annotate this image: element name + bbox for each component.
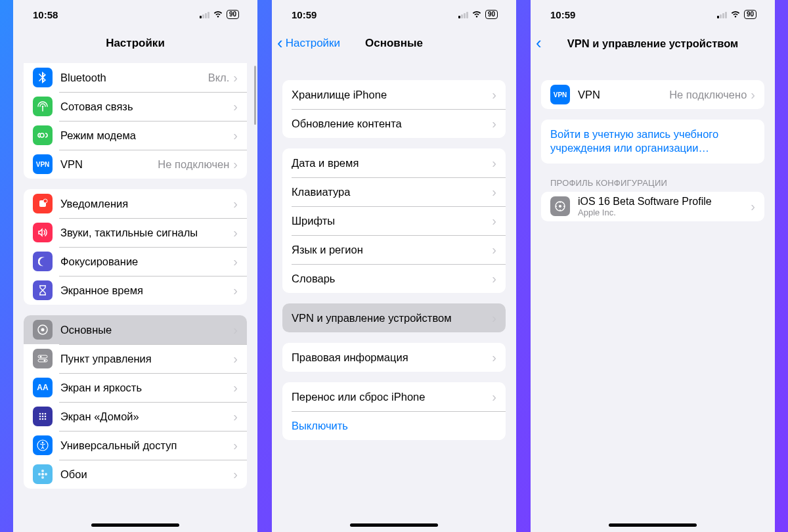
chevron-right-icon: › bbox=[492, 116, 496, 131]
row-label: Экран и яркость bbox=[60, 382, 233, 394]
row-bluetooth[interactable]: Bluetooth Вкл. › bbox=[24, 63, 247, 92]
general-list[interactable]: Хранилище iPhone › Обновление контента ›… bbox=[272, 58, 516, 532]
battery-icon: 90 bbox=[227, 10, 239, 19]
vpn-mgmt-list[interactable]: VPN VPN Не подключено › Войти в учетную … bbox=[531, 58, 775, 532]
wifi-icon bbox=[730, 11, 741, 18]
row-transfer-reset[interactable]: Перенос или сброс iPhone › bbox=[282, 382, 506, 411]
row-label: Правовая информация bbox=[292, 351, 492, 364]
row-date-time[interactable]: Дата и время › bbox=[282, 148, 506, 177]
signal-icon bbox=[717, 11, 727, 18]
svg-point-8 bbox=[44, 360, 46, 362]
row-label: VPN bbox=[578, 89, 669, 101]
row-value: Вкл. bbox=[208, 72, 230, 84]
row-vpn[interactable]: VPN VPN Не подключено › bbox=[541, 80, 764, 109]
nav-bar: ‹ VPN и управление устройством bbox=[531, 29, 775, 58]
hourglass-icon bbox=[33, 280, 53, 300]
text-size-icon: AA bbox=[33, 378, 53, 397]
row-language[interactable]: Язык и регион › bbox=[282, 235, 506, 264]
chevron-right-icon: › bbox=[233, 196, 238, 211]
page-title: Настройки bbox=[106, 37, 165, 50]
row-cellular[interactable]: Сотовая связь › bbox=[24, 92, 247, 121]
phone-vpn-mgmt: 10:59 90 ‹ VPN и управление устройством … bbox=[531, 0, 775, 532]
row-wallpaper[interactable]: Обои › bbox=[24, 460, 247, 489]
chevron-right-icon: › bbox=[233, 99, 238, 114]
battery-icon: 90 bbox=[485, 10, 498, 19]
row-profile[interactable]: iOS 16 Beta Software Profile Apple Inc. … bbox=[541, 192, 764, 221]
row-shutdown[interactable]: Выключить bbox=[282, 411, 506, 440]
chevron-right-icon: › bbox=[233, 283, 238, 298]
wifi-icon bbox=[213, 11, 223, 18]
row-label: Сотовая связь bbox=[60, 100, 233, 113]
chevron-right-icon: › bbox=[233, 157, 238, 172]
phone-settings: 10:58 90 Настройки Bluetooth Вкл. › bbox=[13, 0, 257, 532]
row-label: Шрифты bbox=[292, 215, 492, 227]
back-button[interactable]: ‹ Настройки bbox=[277, 29, 340, 58]
battery-icon: 90 bbox=[744, 10, 756, 19]
chevron-right-icon: › bbox=[492, 311, 496, 326]
svg-point-9 bbox=[39, 413, 41, 415]
profile-icon bbox=[550, 196, 570, 216]
home-indicator[interactable] bbox=[91, 523, 179, 527]
home-indicator[interactable] bbox=[609, 523, 697, 527]
row-vpn[interactable]: VPN VPN Не подключен › bbox=[24, 150, 247, 179]
accessibility-icon bbox=[33, 435, 53, 455]
row-label: Язык и регион bbox=[292, 244, 492, 256]
status-bar: 10:59 90 bbox=[531, 0, 775, 29]
sliders-icon bbox=[33, 349, 53, 368]
chevron-right-icon: › bbox=[492, 389, 496, 405]
hotspot-icon bbox=[33, 125, 53, 145]
settings-list[interactable]: Bluetooth Вкл. › Сотовая связь › Режим м… bbox=[13, 58, 257, 532]
row-legal[interactable]: Правовая информация › bbox=[282, 343, 506, 372]
row-label: Обновление контента bbox=[292, 118, 492, 130]
row-sounds[interactable]: Звуки, тактильные сигналы › bbox=[24, 218, 247, 247]
chevron-right-icon: › bbox=[492, 350, 496, 365]
chevron-right-icon: › bbox=[233, 409, 238, 424]
page-title: VPN и управление устройством bbox=[567, 37, 738, 50]
row-keyboard[interactable]: Клавиатура › bbox=[282, 177, 506, 206]
row-label: Bluetooth bbox=[60, 72, 208, 84]
row-label: Перенос или сброс iPhone bbox=[292, 391, 492, 403]
home-indicator[interactable] bbox=[350, 523, 438, 527]
signal-icon bbox=[200, 11, 209, 18]
cellular-icon bbox=[33, 97, 53, 116]
svg-point-16 bbox=[42, 418, 44, 420]
row-fonts[interactable]: Шрифты › bbox=[282, 206, 506, 235]
row-notifications[interactable]: Уведомления › bbox=[24, 189, 247, 218]
row-storage[interactable]: Хранилище iPhone › bbox=[282, 80, 506, 109]
row-background-refresh[interactable]: Обновление контента › bbox=[282, 109, 506, 138]
svg-point-0 bbox=[42, 106, 44, 108]
row-label: Войти в учетную запись учебного учрежден… bbox=[550, 127, 755, 156]
chevron-right-icon: › bbox=[492, 156, 496, 171]
svg-point-21 bbox=[41, 470, 44, 472]
row-sign-in[interactable]: Войти в учетную запись учебного учрежден… bbox=[541, 120, 764, 164]
svg-point-23 bbox=[41, 476, 44, 479]
back-button[interactable]: ‹ bbox=[536, 29, 542, 58]
svg-point-12 bbox=[39, 416, 41, 418]
row-home-screen[interactable]: Экран «Домой» › bbox=[24, 402, 247, 431]
chevron-right-icon: › bbox=[492, 185, 496, 200]
svg-point-19 bbox=[42, 442, 44, 444]
flower-icon bbox=[33, 464, 53, 484]
svg-point-7 bbox=[40, 356, 42, 358]
svg-rect-5 bbox=[38, 355, 47, 358]
row-label: VPN bbox=[60, 158, 158, 171]
scroll-indicator bbox=[254, 66, 256, 125]
row-label: Экран «Домой» bbox=[60, 410, 233, 423]
chevron-right-icon: › bbox=[492, 271, 496, 286]
row-dictionary[interactable]: Словарь › bbox=[282, 264, 506, 293]
grid-icon bbox=[33, 407, 53, 426]
row-label: Звуки, тактильные сигналы bbox=[60, 227, 233, 239]
chevron-left-icon: ‹ bbox=[536, 33, 542, 53]
row-hotspot[interactable]: Режим модема › bbox=[24, 121, 247, 150]
row-vpn-device-mgmt[interactable]: VPN и управление устройством › bbox=[282, 303, 506, 332]
row-accessibility[interactable]: Универсальный доступ › bbox=[24, 431, 247, 460]
page-title: Основные bbox=[365, 37, 423, 50]
row-control-center[interactable]: Пункт управления › bbox=[24, 344, 247, 373]
row-focus[interactable]: Фокусирование › bbox=[24, 247, 247, 276]
row-general[interactable]: Основные › bbox=[24, 315, 247, 344]
row-screentime[interactable]: Экранное время › bbox=[24, 276, 247, 305]
chevron-right-icon: › bbox=[492, 213, 496, 229]
row-display[interactable]: AA Экран и яркость › bbox=[24, 373, 247, 402]
row-label: Выключить bbox=[292, 420, 496, 432]
status-bar: 10:59 90 bbox=[272, 0, 516, 29]
